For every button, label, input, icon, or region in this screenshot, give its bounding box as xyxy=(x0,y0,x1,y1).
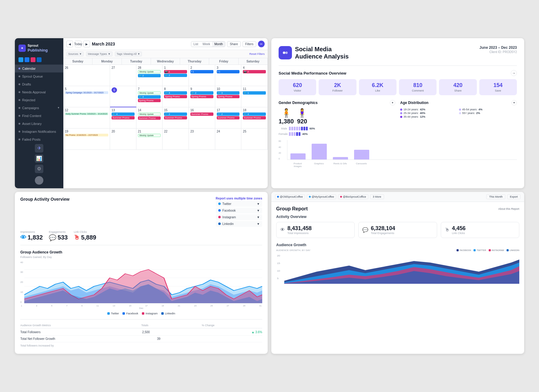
cal-cell-mar1[interactable]: 1 📷 1 🐦 2 xyxy=(162,65,189,86)
post-pill-spring: Spring Promo xyxy=(217,95,240,98)
cal-cell-mar16[interactable]: 16 Summer Promo xyxy=(189,107,215,129)
bar-product-images xyxy=(290,153,306,159)
post-pill-twitter: 🐦 2 xyxy=(164,74,187,77)
audience-logo-icon xyxy=(279,46,292,59)
female-bar-row: Female 40% xyxy=(279,132,395,136)
age-title: Age Distribution + xyxy=(400,100,517,106)
gender-display: 🧍 1,380 🧍‍♀️ 920 xyxy=(279,108,395,125)
more-platforms-filter[interactable]: 3 More xyxy=(370,194,384,199)
cal-cell-mar17[interactable]: 17 🐦 2 Summer Promo xyxy=(215,107,242,129)
sidebar-nav: Calendar Sprout Queue Drafts Needs Appro… xyxy=(15,65,63,143)
sidebar-item-asset-library[interactable]: Asset Library xyxy=(15,120,63,128)
cal-cell-mar21[interactable]: 21 Weekly Update xyxy=(136,129,163,150)
age-35-44: 35-44 years: 12% xyxy=(400,115,458,118)
post-pill-summer: Summer Promo xyxy=(217,116,240,119)
cal-cell-feb28[interactable]: 28 Weekly Update 🐦 2 xyxy=(136,65,163,86)
sidebar-item-instagram-notifications[interactable]: Instagram Notifications xyxy=(15,128,63,136)
age-expand-btn[interactable]: + xyxy=(511,100,517,106)
svg-text:5: 5 xyxy=(277,277,279,280)
cal-cell-mar2[interactable]: 2 f 1 xyxy=(189,65,215,86)
sources-filter[interactable]: Sources ▼ xyxy=(66,52,84,56)
cal-cell-mar12[interactable]: 12 Early Summer Promo: 3/3/2023 – 3/14/2… xyxy=(63,107,110,129)
cal-cell-mar6[interactable]: 6 xyxy=(110,86,136,107)
cal-cell-mar18[interactable]: 18 🐦 4 Summer Promo xyxy=(241,107,268,129)
cal-cell-mar25[interactable]: 25 xyxy=(241,129,268,150)
svg-text:20: 20 xyxy=(277,255,280,257)
sidebar-item-drafts[interactable]: Drafts xyxy=(15,80,63,88)
svg-point-1 xyxy=(283,52,285,54)
calendar-main: ◀ Today ▶ March 2023 List Week Month Sha… xyxy=(63,38,268,188)
facebook-platform-item[interactable]: Facebook ▼ xyxy=(216,208,262,213)
cal-cell-mar7[interactable]: 7 Weekly Update 🐦 4 Spring Promo xyxy=(136,86,163,107)
twitter-platform-item[interactable]: Twitter ▼ xyxy=(216,201,262,207)
post-pill-facebook: f 1 xyxy=(190,70,213,73)
sidebar-logo: ✦ Sprout Publishing xyxy=(15,42,63,56)
sidebar-item-failed-posts[interactable]: Failed Posts xyxy=(15,136,63,143)
tags-filter[interactable]: Tags Viewing All ▼ xyxy=(115,52,142,56)
campaign-bar-no: No Promo: 2/16/2023 – 2/27/2023 xyxy=(65,134,108,136)
cal-cell-mar22[interactable]: 22 xyxy=(162,129,189,150)
platform-chip-old[interactable]: @OldSproutCoffee xyxy=(275,194,305,199)
sidebar-item-campaigns[interactable]: Campaigns ▼ xyxy=(15,104,63,112)
cal-cell-mar19[interactable]: 19 No Promo: 2/16/2023 – 2/27/2023 xyxy=(63,129,110,150)
report-impressions-card: 👁 8,431,458 Total Impressions xyxy=(276,222,355,238)
day-header-sun: Sunday xyxy=(63,58,92,65)
platform-chip-bio[interactable]: @BioSproutCoffice xyxy=(338,194,368,199)
calendar-day-headers: Sunday Monday Tuesday Wednesday Thursday… xyxy=(63,58,268,65)
cal-cell-mar3[interactable]: 3 f 1 xyxy=(215,65,242,86)
legend-facebook: FACEBOOK xyxy=(457,249,471,251)
today-button[interactable]: Today xyxy=(75,41,82,47)
chart-label-carousels: Carousels xyxy=(354,162,369,168)
filters-button[interactable]: Filters xyxy=(243,41,256,47)
sidebar-icon-send[interactable]: ✈ xyxy=(35,144,43,152)
cal-cell-mar15[interactable]: 15 🐦 2 Summer Promo xyxy=(162,107,189,129)
cal-cell-mar8[interactable]: 8 🐦 4 Spring Promo xyxy=(162,86,189,107)
sidebar-icon-settings[interactable]: ⚙ xyxy=(35,165,43,173)
sidebar-item-rejected[interactable]: Rejected xyxy=(15,96,63,104)
cal-cell-mar14[interactable]: 14 Weekly Update Summer Promo xyxy=(136,107,163,129)
sidebar-item-calendar[interactable]: Calendar xyxy=(15,65,63,72)
share-button[interactable]: Share xyxy=(227,41,241,47)
cal-cell-mar23[interactable]: 23 xyxy=(189,129,215,150)
sidebar-item-sprout-queue[interactable]: Sprout Queue xyxy=(15,72,63,80)
month-view-btn[interactable]: Month xyxy=(212,42,225,47)
sidebar-item-find-content[interactable]: Find Content xyxy=(15,112,63,120)
message-types-filter[interactable]: Message Types ▼ xyxy=(86,52,112,56)
content-chart: 6040200 Produc xyxy=(279,140,517,168)
male-bar-row: Male 60% xyxy=(279,127,395,130)
cal-cell-mar10[interactable]: 10 🐦 3 Spring Promo xyxy=(215,86,242,107)
list-view-btn[interactable]: List xyxy=(191,42,200,47)
sidebar-icon-chart[interactable]: 📊 xyxy=(35,154,43,163)
instagram-platform-item[interactable]: Instagram ▼ xyxy=(216,214,262,220)
reset-filters-link[interactable]: Reset Filters xyxy=(249,52,265,55)
about-report-link[interactable]: About this Report xyxy=(498,207,519,210)
cal-cell-mar24[interactable]: 24 xyxy=(215,129,242,150)
cal-cell-mar20[interactable]: 20 xyxy=(110,129,136,150)
report-toolbar: @OldSproutCoffee @MySproutCoffee @BioSpr… xyxy=(271,192,524,202)
user-avatar[interactable] xyxy=(35,176,43,185)
cal-cell-mar4[interactable]: 4 📷 2 xyxy=(241,65,268,86)
export-button[interactable]: Export xyxy=(507,194,521,199)
cal-cell-mar11[interactable]: 11 🐦 1 xyxy=(241,86,268,107)
this-month-filter[interactable]: This Month xyxy=(486,194,505,199)
sidebar-item-needs-approval[interactable]: Needs Approval xyxy=(15,88,63,96)
cal-cell-feb26[interactable]: 26 xyxy=(63,65,110,86)
calendar-grid: Sunday Monday Tuesday Wednesday Thursday… xyxy=(63,58,268,188)
prev-month-button[interactable]: ◀ xyxy=(66,41,73,47)
date-range: June 2023 – Dec 2023 xyxy=(480,45,517,50)
cal-cell-mar5[interactable]: 5 Spring Campaign: 3/1/2023 – 3/17/2023 xyxy=(63,86,110,107)
calendar-filters-row: Sources ▼ Message Types ▼ Tags Viewing A… xyxy=(63,50,268,58)
platform-chip-my[interactable]: @MySproutCoffee xyxy=(307,194,336,199)
perf-expand-btn[interactable]: → xyxy=(511,70,517,76)
linkedin-platform-item[interactable]: Linkedin ▼ xyxy=(216,221,262,227)
next-month-button[interactable]: ▶ xyxy=(83,41,90,47)
week-view-btn[interactable]: Week xyxy=(200,42,212,47)
cal-cell-mar13[interactable]: 13 🐦 4 Summer Promo xyxy=(110,107,136,129)
cal-cell-feb27[interactable]: 27 xyxy=(110,65,136,86)
post-pill-spring: Spring Promo xyxy=(164,95,187,98)
metrics-table-header: Audience Growth Metrics Totals % Change xyxy=(20,323,262,328)
compose-button[interactable]: ✏ xyxy=(258,41,265,47)
cal-cell-mar9[interactable]: 9 🐦 2 Spring Promo xyxy=(189,86,215,107)
bar-graphics xyxy=(312,144,327,159)
gender-expand-btn[interactable]: + xyxy=(390,100,395,106)
